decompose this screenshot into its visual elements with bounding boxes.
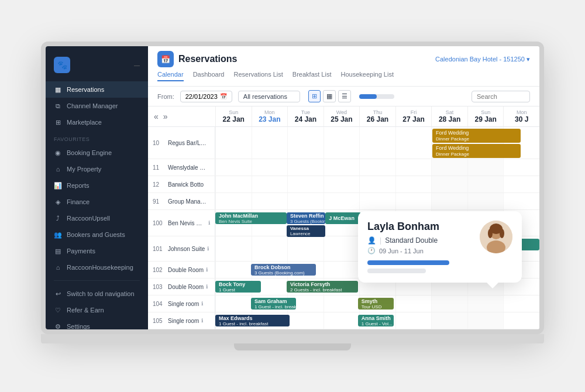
table-row: 11 Wenslydale Suite [148,159,539,176]
booking-smyth[interactable]: SmythTour USD [358,298,394,310]
grid-cells-104: Sam Graham1 Guest - incl. breakfast Smyt… [215,295,539,312]
view-icons: ⊞ ▦ ☰ [308,90,351,102]
housekeeping-icon: ⌂ [54,263,62,271]
booking-brock-dobson[interactable]: Brock Dobson3 Guests (Booking.com) [251,264,316,276]
filter-select[interactable]: All reservations [238,91,300,102]
tab-breakfast-list[interactable]: Breakfast List [292,71,332,81]
booking-popup: Layla Bonham 👤 | Standard Double 🕐 09 Ju… [358,211,522,283]
tab-reservations-list[interactable]: Reservations List [233,71,283,81]
sidebar-item-bookers-guests[interactable]: 👥 Bookers and Guests [46,226,148,243]
chart-view-btn[interactable]: ▦ [323,90,336,102]
tab-dashboard[interactable]: Dashboard [193,71,225,81]
switch-icon: ↩ [54,290,62,298]
favourites-label: FAVOURITES [46,130,148,145]
top-bar-title-row: 📅 Reservations Caledonian Bay Hotel - 15… [157,51,530,67]
top-bar: 📅 Reservations Caledonian Bay Hotel - 15… [148,46,539,87]
room-cell-105: 105 Single room ℹ [148,312,215,329]
booking-victoria-forsyth[interactable]: Victoria Forsyth2 Guests - incl. breakfa… [287,281,358,293]
svg-point-5 [500,229,504,238]
from-label: From: [157,93,174,100]
day-header-3: Wed 25 Jan [324,106,360,126]
day-header-1: Mon 23 Jan [252,106,288,126]
page-title: 📅 Reservations [157,51,238,67]
popup-info: Layla Bonham 👤 | Standard Double 🕐 09 Ju… [367,221,473,273]
sidebar-item-settings[interactable]: ⚙ Settings [46,318,148,334]
tab-housekeeping-list[interactable]: Housekeeping List [340,71,394,81]
channel-manager-icon: ⧉ [54,102,62,110]
popup-clock-icon: 🕐 [367,247,376,255]
room-info-icon-102[interactable]: ℹ [206,267,208,273]
booking-vanessa-lawrence[interactable]: VanessaLawrence [287,225,325,237]
sidebar-toggle[interactable]: — [134,62,140,68]
room-cell-104: 104 Single room ℹ [148,295,215,312]
sidebar-logo: 🐾 — [46,53,148,81]
ford-wedding-1[interactable]: Ford WeddingDinner Package [432,129,521,143]
room-cell-103: 103 Double Room ℹ [148,278,215,295]
room-info-icon-105[interactable]: ℹ [201,318,203,324]
days-header: Sun 22 Jan Mon 23 Jan Tue 24 Jan Wed [215,106,539,126]
grid-cells-105: Max Edwards1 Guest - incl. breakfast Ann… [215,312,539,329]
booking-john-macmillan[interactable]: John MacMillanBen Nevis Suite [215,212,287,224]
grid-cells-10: Ford WeddingDinner Package Ford WeddingD… [215,127,539,159]
sidebar-item-raccooncupsell[interactable]: ⤴ RaccoonUpsell [46,210,148,226]
sidebar-item-reports[interactable]: 📊 Reports [46,177,148,194]
calendar-icon: 📅 [220,93,227,99]
upsell-icon: ⤴ [54,214,62,222]
room-cell-12: 12 Barwick Botto [148,176,215,192]
day-header-0: Sun 22 Jan [215,106,252,126]
room-info-icon-104[interactable]: ℹ [201,301,203,307]
main-content: 📅 Reservations Caledonian Bay Hotel - 15… [148,46,539,329]
booking-engine-icon: ◉ [54,149,62,157]
sidebar-item-refer[interactable]: ♡ Refer & Earn [46,302,148,318]
booking-steven-reffin[interactable]: Steven Reffin3 Guests (Booking... [287,212,325,224]
calendar-header: « » Sun 22 Jan Mon 23 Jan Tue [148,106,539,127]
sidebar-item-marketplace[interactable]: ⊞ Marketplace [46,114,148,130]
reports-icon: 📊 [54,181,62,190]
next-btn[interactable]: » [162,111,169,122]
laptop-base [41,334,544,343]
booking-bock-tony[interactable]: Bock Tony1 Guest [215,281,261,293]
booking-j-mcewan[interactable]: J McEwan [325,212,361,224]
table-row: 12 Barwick Botto [148,176,539,193]
day-header-2: Tue 24 Jan [287,106,324,126]
my-property-icon: ⌂ [54,165,62,173]
zoom-slider[interactable] [359,94,394,99]
room-info-icon[interactable]: ℹ [208,220,210,226]
list-view-btn[interactable]: ☰ [338,90,351,102]
search-input[interactable] [472,91,530,102]
prev-btn[interactable]: « [153,111,160,122]
booking-max-edwards[interactable]: Max Edwards1 Guest - incl. breakfast [215,315,290,326]
hotel-selector[interactable]: Caledonian Bay Hotel - 151250 ▾ [435,56,530,63]
refer-icon: ♡ [54,306,62,314]
sidebar-item-finance[interactable]: ◈ Finance [46,194,148,210]
sidebar-item-housekeeping[interactable]: ⌂ RaccoonHousekeeping [46,259,148,276]
table-row: 10 Regus Bar/Lounge [148,127,539,159]
popup-bar-2 [367,269,426,273]
table-row: 104 Single room ℹ Sam Gra [148,295,539,312]
table-row: 91 Group Manage... [148,193,539,210]
ford-wedding-2[interactable]: Ford WeddingDinner Package [432,144,521,158]
sidebar-item-reservations[interactable]: ▦ Reservations [46,81,148,98]
booking-anna-smith[interactable]: Anna Smith1 Guest - Vol... [358,315,394,326]
sidebar-item-my-property[interactable]: ⌂ My Property [46,161,148,177]
booking-sam-graham[interactable]: Sam Graham1 Guest - incl. breakfast [251,298,297,310]
popup-room-type: Standard Double [385,236,438,245]
avatar [480,221,512,253]
room-cell-101: 101 Johnson Suite ℹ [148,236,215,261]
date-input[interactable]: 22/01/2023 📅 [180,91,232,102]
popup-bar-1 [367,260,449,265]
room-info-icon-101[interactable]: ℹ [207,246,209,252]
room-cell-100: 100 Ben Nevis Suite ℹ [148,210,215,236]
table-row: 105 Single room ℹ Max Edw [148,312,539,329]
top-nav-tabs: Calendar Dashboard Reservations List Bre… [157,71,530,81]
sidebar-item-channel-manager[interactable]: ⧉ Channel Manager [46,98,148,114]
tab-calendar[interactable]: Calendar [157,71,184,81]
room-cell-11: 11 Wenslydale Suite [148,159,215,176]
grid-view-btn[interactable]: ⊞ [308,90,321,102]
sidebar-item-booking-engine[interactable]: ◉ Booking Engine [46,145,148,161]
popup-guest-name: Layla Bonham [367,221,473,233]
sidebar-item-switch[interactable]: ↩ Switch to old navigation [46,286,148,302]
room-info-icon-103[interactable]: ℹ [206,284,208,290]
day-header-4: Thu 26 Jan [359,106,395,126]
sidebar-item-payments[interactable]: ▤ Payments [46,243,148,259]
